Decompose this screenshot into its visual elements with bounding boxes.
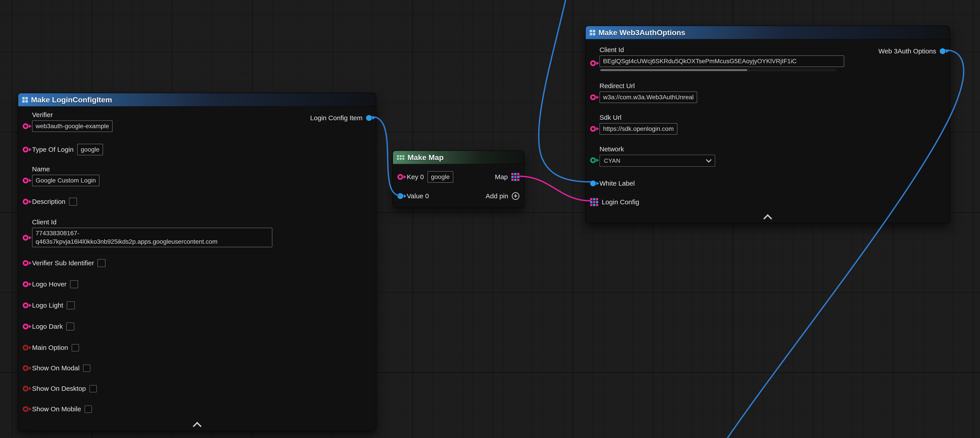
pin-name[interactable] [23, 178, 29, 183]
pin-logo-dark[interactable] [23, 323, 29, 330]
collapse-button[interactable] [762, 213, 773, 221]
show-on-desktop-checkbox[interactable] [89, 385, 97, 392]
value-0-label: Value 0 [407, 192, 429, 200]
pin-label-web3auth-options: Web 3Auth Options [878, 48, 936, 55]
description-input[interactable] [69, 197, 77, 205]
network-select[interactable]: CYAN [600, 154, 715, 167]
pin-description[interactable] [23, 199, 29, 204]
map-row-key0: Key 0 google Map [393, 170, 524, 183]
pin-white-label[interactable] [590, 180, 596, 186]
login-config-label: Login Config [602, 198, 639, 206]
scrollbar-thumb[interactable] [600, 69, 747, 71]
name-input[interactable]: Google Custom Login [32, 175, 99, 186]
show-on-modal-label: Show On Modal [32, 364, 80, 372]
type-of-login-input[interactable]: google [77, 144, 103, 155]
redirect-url-input[interactable]: w3a://com.w3a.Web3AuthUnreal [600, 91, 697, 103]
verifier-input[interactable]: web3auth-google-example [32, 120, 113, 132]
options-client-id-input[interactable]: BEglQSgt4cUWcj6SKRdu5QkOXTsePmMcusG5EAoy… [600, 56, 844, 67]
verifier-sub-identifier-input[interactable] [97, 259, 105, 267]
node-make-web3authoptions[interactable]: Make Web3AuthOptions Web 3Auth Options C… [585, 25, 950, 223]
pin-redirect-url[interactable] [590, 94, 596, 100]
logo-light-label: Logo Light [32, 301, 63, 309]
node-title: Make LoginConfigItem [31, 96, 112, 104]
wire-offscreen-to-whitelabel[interactable] [539, 0, 590, 182]
key-0-label: Key 0 [407, 173, 424, 181]
pin-output-login-config-item[interactable] [366, 115, 372, 121]
node-body: Verifier web3auth-google-example Type Of… [18, 107, 376, 416]
key-0-input[interactable]: google [428, 171, 453, 183]
map-row-value0: Value 0 Add pin + [393, 190, 524, 202]
pin-logo-light[interactable] [23, 303, 29, 308]
chevron-up-icon [763, 214, 772, 223]
pin-verifier-sub-identifier[interactable] [23, 260, 29, 266]
map-icon [397, 155, 404, 160]
output-row-web3auth-options: Web 3Auth Options [878, 46, 945, 57]
node-title: Make Map [407, 153, 444, 162]
pin-show-on-desktop[interactable] [23, 386, 29, 392]
add-pin-label: Add pin [485, 192, 508, 200]
pin-output-web3auth-options[interactable] [940, 48, 945, 54]
network-label: Network [600, 145, 715, 153]
name-label: Name [32, 166, 99, 173]
node-header-web3authoptions[interactable]: Make Web3AuthOptions [586, 26, 950, 40]
client-id-label: Client Id [32, 218, 272, 226]
pin-login-config[interactable] [590, 198, 598, 206]
client-id-input[interactable]: 774338308167- q463s7kpvja16l4l0kko3nb925… [32, 228, 272, 247]
main-option-label: Main Option [32, 344, 68, 351]
logo-hover-input[interactable] [70, 280, 78, 288]
pin-label-login-config-item: Login Config Item [310, 114, 363, 122]
pin-options-client-id[interactable] [590, 60, 596, 66]
pin-network[interactable] [590, 157, 596, 163]
add-pin-plus-icon: + [512, 192, 519, 200]
show-on-mobile-checkbox[interactable] [84, 406, 92, 413]
client-id-scrollbar[interactable] [600, 69, 836, 72]
logo-dark-input[interactable] [66, 322, 74, 331]
wire-map-to-loginconfig[interactable] [519, 176, 590, 201]
show-on-desktop-label: Show On Desktop [32, 385, 86, 392]
main-option-checkbox[interactable] [72, 344, 79, 351]
pin-verifier[interactable] [23, 123, 29, 129]
logo-hover-label: Logo Hover [32, 280, 67, 288]
node-body: Client Id BEglQSgt4cUWcj6SKRdu5QkOXTsePm… [586, 40, 950, 209]
sdk-url-label: Sdk Url [600, 114, 678, 121]
pin-show-on-mobile[interactable] [23, 406, 29, 412]
type-of-login-label: Type Of Login [32, 146, 74, 153]
pin-sdk-url[interactable] [590, 126, 596, 132]
pin-value-0[interactable] [398, 193, 403, 199]
pin-client-id[interactable] [23, 235, 29, 241]
map-output-label: Map [495, 173, 508, 181]
pin-key-0[interactable] [398, 174, 403, 180]
chevron-up-icon [193, 422, 202, 431]
options-client-id-label: Client Id [600, 46, 844, 54]
network-selected-value: CYAN [604, 157, 620, 164]
collapse-button[interactable] [192, 421, 202, 429]
node-make-map[interactable]: Make Map Key 0 google Map Value 0 Add pi… [393, 150, 524, 208]
show-on-mobile-label: Show On Mobile [32, 405, 81, 413]
node-title: Make Web3AuthOptions [598, 28, 685, 37]
pin-logo-hover[interactable] [23, 281, 29, 287]
node-make-loginconfigitem[interactable]: Make LoginConfigItem Login Config Item V… [18, 93, 376, 431]
show-on-modal-checkbox[interactable] [83, 365, 90, 372]
chevron-down-icon [706, 157, 711, 162]
pin-show-on-modal[interactable] [23, 365, 29, 371]
blueprint-canvas[interactable]: Make LoginConfigItem Login Config Item V… [0, 0, 980, 438]
redirect-url-label: Redirect Url [600, 82, 697, 90]
node-header-loginconfigitem[interactable]: Make LoginConfigItem [18, 93, 376, 107]
pin-output-map[interactable] [511, 173, 519, 181]
make-struct-icon [22, 97, 28, 103]
logo-light-input[interactable] [67, 301, 75, 309]
output-row-login-config-item: Login Config Item [310, 112, 372, 124]
pin-type-of-login[interactable] [23, 147, 29, 153]
description-label: Description [32, 198, 65, 205]
add-pin-button[interactable]: Add pin + [485, 192, 519, 200]
verifier-sub-identifier-label: Verifier Sub Identifier [32, 259, 94, 267]
logo-dark-label: Logo Dark [32, 323, 63, 330]
make-struct-icon [590, 30, 595, 35]
white-label-label: White Label [600, 180, 635, 187]
node-header-make-map[interactable]: Make Map [393, 151, 524, 164]
pin-main-option[interactable] [23, 345, 29, 350]
verifier-label: Verifier [32, 111, 113, 119]
sdk-url-input[interactable]: https://sdk.openlogin.com [600, 123, 678, 135]
